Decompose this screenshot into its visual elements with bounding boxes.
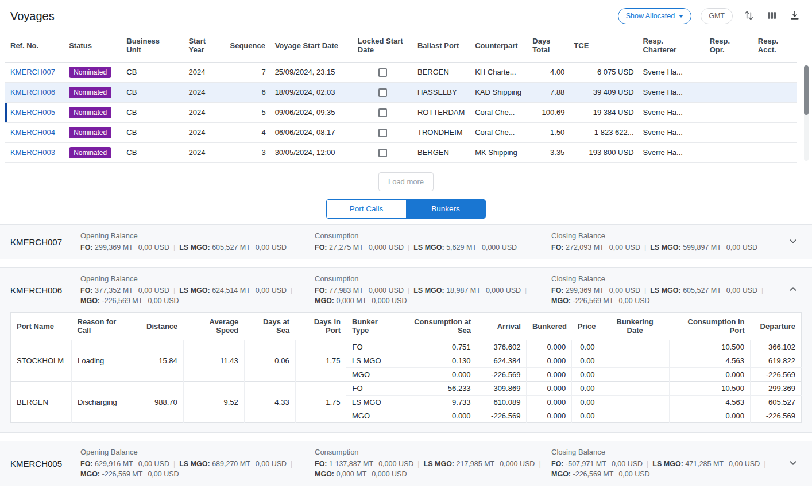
sort-button[interactable] bbox=[742, 9, 756, 24]
columns-button[interactable] bbox=[765, 9, 779, 24]
cell-ref: KMERCH003 bbox=[5, 142, 64, 162]
cell-resp-acct bbox=[753, 122, 797, 142]
status-badge: Nominated bbox=[69, 147, 111, 158]
table-row[interactable]: KMERCH004 Nominated CB 2024 4 06/06/2024… bbox=[5, 122, 797, 142]
cell-average-speed: 11.43 bbox=[183, 340, 244, 381]
cell-ballast-port: HASSELBY bbox=[413, 82, 470, 102]
separator bbox=[539, 460, 540, 468]
col-consumption-in-port: Consumption in Port bbox=[669, 312, 750, 340]
balance-item: LS MGO: 689,270 MT0,00 USD bbox=[179, 460, 287, 468]
cell-business-unit: CB bbox=[122, 82, 184, 102]
cell-ref: KMERCH007 bbox=[5, 62, 64, 82]
cell-tce: 6 075 USD bbox=[569, 62, 638, 82]
expand-button[interactable] bbox=[784, 232, 802, 251]
col-days-at-sea: Days at Sea bbox=[244, 312, 295, 340]
locked-start-date-checkbox[interactable] bbox=[378, 149, 387, 157]
voyage-ref-link[interactable]: KMERCH006 bbox=[10, 88, 55, 96]
show-allocated-dropdown[interactable]: Show Allocated bbox=[618, 8, 691, 24]
voyage-ref-link[interactable]: KMERCH003 bbox=[10, 148, 55, 157]
closing-balance-group: Closing Balance FO: 299,369 MT0,00 USDLS… bbox=[551, 274, 780, 306]
separator bbox=[408, 286, 409, 294]
voyages-table: Ref. No. Status Business Unit Start Year… bbox=[5, 29, 797, 163]
cell-locked-start-date bbox=[353, 82, 413, 102]
locked-start-date-checkbox[interactable] bbox=[378, 88, 387, 97]
cell-ref: KMERCH005 bbox=[5, 102, 64, 122]
cell-bunkered: 0.000 bbox=[527, 409, 572, 422]
col-voyage-start-date: Voyage Start Date bbox=[270, 29, 353, 62]
cell-days-in-port: 1.75 bbox=[295, 340, 346, 381]
separator bbox=[525, 286, 527, 294]
table-row[interactable]: KMERCH006 Nominated CB 2024 6 18/09/2024… bbox=[5, 82, 797, 102]
gmt-button[interactable]: GMT bbox=[701, 8, 733, 24]
cell-port-name: BERGEN bbox=[11, 381, 72, 422]
opening-balance-group: Opening Balance FO: 299,369 MT0,00 USDLS… bbox=[80, 231, 315, 253]
cell-resp-acct bbox=[753, 62, 797, 82]
chevron-down-icon bbox=[787, 235, 799, 249]
cell-resp-charterer: Sverre Ha... bbox=[639, 102, 705, 122]
cell-sequence: 6 bbox=[226, 82, 270, 102]
cell-counterpart: KH Charte... bbox=[470, 62, 528, 82]
expand-button[interactable] bbox=[784, 454, 802, 473]
cell-voyage-start-date: 30/05/2024, 12:00 bbox=[270, 142, 353, 162]
table-row[interactable]: KMERCH003 Nominated CB 2024 3 30/05/2024… bbox=[5, 142, 797, 162]
locked-start-date-checkbox[interactable] bbox=[378, 108, 387, 117]
bunker-panel-header[interactable]: KMERCH005 Opening Balance FO: 629,916 MT… bbox=[0, 441, 812, 486]
cell-bunkering-date bbox=[601, 354, 669, 367]
table-row[interactable]: KMERCH005 Nominated CB 2024 5 09/06/2024… bbox=[5, 102, 797, 122]
bunker-table: Port Name Reason for Call Distance Avera… bbox=[10, 312, 802, 423]
collapse-button[interactable] bbox=[784, 281, 802, 300]
cell-bunkering-date bbox=[601, 395, 669, 409]
cell-voyage-start-date: 09/06/2024, 09:35 bbox=[270, 102, 353, 122]
scrollbar-thumb[interactable] bbox=[804, 65, 809, 115]
cell-counterpart: Coral Che... bbox=[470, 122, 528, 142]
separator bbox=[644, 243, 646, 251]
locked-start-date-checkbox[interactable] bbox=[378, 68, 387, 77]
cell-consumption-in-port: 4.563 bbox=[669, 354, 750, 367]
download-button[interactable] bbox=[788, 9, 802, 24]
balance-item: FO: 77,983 MT0,000 USD bbox=[315, 286, 404, 294]
separator bbox=[173, 243, 175, 251]
cell-locked-start-date bbox=[353, 62, 413, 82]
chevron-down-icon bbox=[787, 456, 799, 471]
voyage-ref-link[interactable]: KMERCH004 bbox=[10, 128, 55, 137]
balance-item: LS MGO: 18,987 MT0,000 USD bbox=[413, 286, 521, 294]
separator bbox=[173, 286, 175, 294]
cell-departure: 366.102 bbox=[751, 340, 802, 354]
cell-tce: 1 823 622... bbox=[569, 122, 638, 142]
locked-start-date-checkbox[interactable] bbox=[378, 129, 387, 137]
load-more-button[interactable]: Load more bbox=[378, 172, 434, 191]
bunker-panel-header[interactable]: KMERCH006 Opening Balance FO: 377,352 MT… bbox=[0, 268, 812, 312]
col-locked-start-date: Locked Start Date bbox=[353, 29, 413, 62]
col-distance: Distance bbox=[137, 312, 184, 340]
cell-resp-opr bbox=[705, 62, 753, 82]
cell-resp-opr bbox=[705, 82, 753, 102]
balance-item: MGO: -226,569 MT0,00 USD bbox=[551, 470, 650, 478]
cell-locked-start-date bbox=[353, 142, 413, 162]
tab-bunkers[interactable]: Bunkers bbox=[406, 200, 485, 218]
bunker-panel-body: Port Name Reason for Call Distance Avera… bbox=[0, 312, 812, 432]
cell-days-total: 100.69 bbox=[528, 102, 569, 122]
voyage-ref-link[interactable]: KMERCH005 bbox=[10, 108, 55, 117]
separator bbox=[761, 286, 763, 294]
cell-bunker-type: LS MGO bbox=[346, 395, 401, 409]
opening-balance-group: Opening Balance FO: 629,916 MT0,00 USDLS… bbox=[80, 448, 315, 479]
table-row[interactable]: KMERCH007 Nominated CB 2024 7 25/09/2024… bbox=[5, 62, 797, 82]
opening-balance-label: Opening Balance bbox=[80, 448, 306, 456]
cell-departure: -226.569 bbox=[751, 367, 802, 381]
col-price: Price bbox=[572, 312, 601, 340]
cell-days-total: 3.35 bbox=[528, 142, 569, 162]
cell-consumption-in-port: 0.000 bbox=[669, 409, 750, 422]
cell-ballast-port: TRONDHEIM bbox=[413, 122, 470, 142]
cell-port-name: STOCKHOLM bbox=[11, 340, 72, 381]
cell-departure: 619.822 bbox=[751, 354, 802, 367]
page-header: Voyages Show Allocated GMT bbox=[0, 0, 812, 29]
tab-port-calls[interactable]: Port Calls bbox=[327, 200, 406, 218]
cell-ref: KMERCH006 bbox=[5, 82, 64, 102]
voyage-ref-link[interactable]: KMERCH007 bbox=[10, 68, 55, 76]
balance-item: LS MGO: 5,629 MT0,000 USD bbox=[413, 243, 517, 251]
col-resp-charterer: Resp. Charterer bbox=[639, 29, 705, 62]
vertical-scrollbar[interactable] bbox=[804, 65, 809, 161]
cell-bunkering-date bbox=[601, 381, 669, 395]
opening-balance-label: Opening Balance bbox=[80, 274, 306, 283]
bunker-panel-header[interactable]: KMERCH007 Opening Balance FO: 299,369 MT… bbox=[0, 225, 812, 259]
